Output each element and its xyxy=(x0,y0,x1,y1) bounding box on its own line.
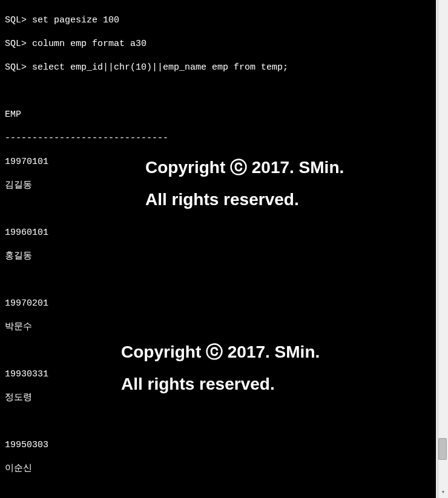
cmd-line-1: SQL> set pagesize 100 xyxy=(5,15,431,27)
blank-line xyxy=(5,203,431,215)
row-id: 19930331 xyxy=(5,369,431,381)
sql-terminal[interactable]: SQL> set pagesize 100 SQL> column emp fo… xyxy=(0,0,436,498)
blank-line xyxy=(5,416,431,428)
blank-line xyxy=(5,487,431,499)
row-name: 박문수 xyxy=(5,321,431,333)
vertical-scrollbar[interactable]: ▾ xyxy=(438,0,448,498)
row-name: 이순신 xyxy=(5,463,431,475)
scroll-down-arrow-icon[interactable]: ▾ xyxy=(440,488,447,497)
row-id: 19970201 xyxy=(5,298,431,310)
row-name: 김길동 xyxy=(5,180,431,192)
cmd-line-2: SQL> column emp format a30 xyxy=(5,38,431,50)
column-header: EMP xyxy=(5,109,431,121)
cmd-line-3: SQL> select emp_id||chr(10)||emp_name em… xyxy=(5,62,431,74)
row-id: 19970101 xyxy=(5,156,431,168)
row-id: 19950303 xyxy=(5,439,431,451)
blank-line xyxy=(5,85,431,97)
scrollbar-thumb[interactable] xyxy=(438,438,447,460)
blank-line xyxy=(5,274,431,286)
row-name: 홍길동 xyxy=(5,251,431,263)
row-id: 19960101 xyxy=(5,227,431,239)
separator-line: ------------------------------ xyxy=(5,133,431,145)
row-name: 정도령 xyxy=(5,392,431,404)
blank-line xyxy=(5,345,431,357)
